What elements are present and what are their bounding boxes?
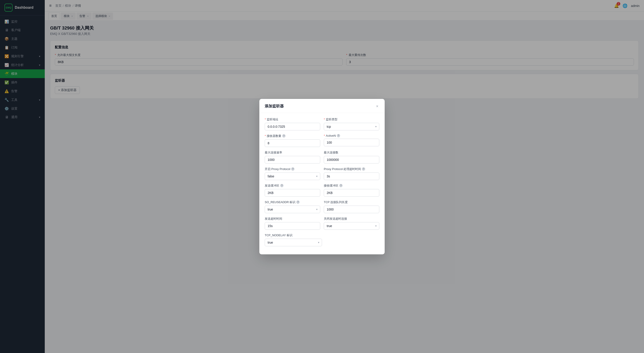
modal-so-reuseaddr-select[interactable]: true false xyxy=(265,206,320,213)
modal-field-tcp-nodelay: TCP_NODELAY 标识 true false ▾ xyxy=(265,233,322,246)
modal-field-proxy-timeout-label: Proxy Protocol 处理超时时间 ? xyxy=(324,167,379,171)
modal-field-send-timeout: 发送超时时间 xyxy=(265,217,320,230)
modal-field-receivers-label: * 接收器数量 ? xyxy=(265,134,320,138)
modal-field-close-on-send-timeout-label: 关闭发送超时连接 xyxy=(324,217,379,221)
modal-field-tcp-backlog: TCP 连接队列长度 xyxy=(324,200,379,213)
modal-receivers-input[interactable] xyxy=(265,139,320,147)
modal-proxy-protocol-wrapper: false true ▾ xyxy=(265,172,320,180)
modal-field-proxy-protocol-label: 开启 Proxy Protocol ? xyxy=(265,167,320,171)
modal-row-3: 最大连接速率 最大连接数 xyxy=(265,150,379,164)
modal-proxy-timeout-input[interactable] xyxy=(324,172,379,180)
modal-close-button[interactable]: × xyxy=(375,103,379,109)
modal-field-close-on-send-timeout: 关闭发送超时连接 true false ▾ xyxy=(324,217,379,230)
req-star-1: * xyxy=(265,118,266,121)
modal-listen-type-wrapper: tcp ssl ws wss ▾ xyxy=(324,123,379,130)
modal-close-on-send-timeout-wrapper: true false ▾ xyxy=(324,222,379,230)
modal-send-buffer-input[interactable] xyxy=(265,189,320,197)
modal-field-recv-buffer: 接收缓冲区 ? xyxy=(324,184,379,197)
so-reuseaddr-help-icon[interactable]: ? xyxy=(296,200,300,204)
modal-header: 添加监听器 × xyxy=(259,99,385,113)
send-buffer-help-icon[interactable]: ? xyxy=(280,184,284,187)
modal-field-so-reuseaddr: SO_REUSEADDR 标识 ? true false ▾ xyxy=(265,200,320,213)
modal-recv-buffer-input[interactable] xyxy=(324,189,379,197)
modal-field-listen-address-label: * 监听地址 xyxy=(265,118,320,122)
modal-field-proxy-timeout: Proxy Protocol 处理超时时间 ? xyxy=(324,167,379,180)
modal-max-conn-rate-input[interactable] xyxy=(265,156,320,164)
receivers-help-icon[interactable]: ? xyxy=(282,134,286,138)
modal-max-connections-input[interactable] xyxy=(324,156,379,164)
modal-title: 添加监听器 xyxy=(265,104,284,109)
modal-field-tcp-nodelay-label: TCP_NODELAY 标识 xyxy=(265,233,322,237)
proxy-timeout-help-icon[interactable]: ? xyxy=(362,167,365,171)
req-star-2: * xyxy=(324,118,325,121)
modal-active-n-input[interactable] xyxy=(324,139,379,146)
modal-close-on-send-timeout-select[interactable]: true false xyxy=(324,222,379,230)
active-n-help-icon[interactable]: ? xyxy=(337,134,340,137)
modal-row-4: 开启 Proxy Protocol ? false true ▾ Proxy P… xyxy=(265,167,379,180)
modal-field-recv-buffer-label: 接收缓冲区 ? xyxy=(324,184,379,188)
modal-proxy-protocol-select[interactable]: false true xyxy=(265,172,320,180)
modal-field-max-conn-rate: 最大连接速率 xyxy=(265,150,320,164)
modal-field-max-connections-label: 最大连接数 xyxy=(324,150,379,154)
modal-field-listen-type-label: * 监听类型 xyxy=(324,118,379,122)
modal-tcp-nodelay-select[interactable]: true false xyxy=(265,239,322,246)
modal-field-max-connections: 最大连接数 xyxy=(324,150,379,164)
modal-row-8: TCP_NODELAY 标识 true false ▾ xyxy=(265,233,322,246)
modal-field-tcp-backlog-label: TCP 连接队列长度 xyxy=(324,200,379,204)
modal-tcp-backlog-input[interactable] xyxy=(324,206,379,213)
modal-field-listen-type: * 监听类型 tcp ssl ws wss ▾ xyxy=(324,118,379,130)
modal-listen-address-input[interactable] xyxy=(265,123,320,130)
modal-row-7: 发送超时时间 关闭发送超时连接 true false ▾ xyxy=(265,217,379,230)
modal-overlay: 添加监听器 × * 监听地址 * 监听类型 xyxy=(0,0,644,353)
modal-field-active-n-label: * ActiveN ? xyxy=(324,134,379,137)
proxy-protocol-help-icon[interactable]: ? xyxy=(291,167,294,171)
add-listener-modal: 添加监听器 × * 监听地址 * 监听类型 xyxy=(259,99,385,254)
modal-send-timeout-input[interactable] xyxy=(265,222,320,230)
modal-row-6: SO_REUSEADDR 标识 ? true false ▾ TCP 连接队列长… xyxy=(265,200,379,213)
modal-so-reuseaddr-wrapper: true false ▾ xyxy=(265,206,320,213)
modal-row-2: * 接收器数量 ? * ActiveN ? xyxy=(265,134,379,147)
modal-body: * 监听地址 * 监听类型 tcp ssl ws xyxy=(259,113,385,254)
modal-row-5: 发送缓冲区 ? 接收缓冲区 ? xyxy=(265,184,379,197)
modal-tcp-nodelay-wrapper: true false ▾ xyxy=(265,239,322,246)
modal-field-receivers: * 接收器数量 ? xyxy=(265,134,320,147)
modal-row-1: * 监听地址 * 监听类型 tcp ssl ws xyxy=(265,118,379,130)
req-star-4: * xyxy=(324,134,325,137)
req-star-3: * xyxy=(265,134,266,138)
modal-field-max-conn-rate-label: 最大连接速率 xyxy=(265,150,320,154)
recv-buffer-help-icon[interactable]: ? xyxy=(339,184,342,187)
modal-field-listen-address: * 监听地址 xyxy=(265,118,320,130)
modal-field-so-reuseaddr-label: SO_REUSEADDR 标识 ? xyxy=(265,200,320,204)
modal-field-active-n: * ActiveN ? xyxy=(324,134,379,147)
modal-field-send-timeout-label: 发送超时时间 xyxy=(265,217,320,221)
modal-field-send-buffer-label: 发送缓冲区 ? xyxy=(265,184,320,188)
modal-listen-type-select[interactable]: tcp ssl ws wss xyxy=(324,123,379,130)
modal-field-send-buffer: 发送缓冲区 ? xyxy=(265,184,320,197)
modal-field-proxy-protocol: 开启 Proxy Protocol ? false true ▾ xyxy=(265,167,320,180)
